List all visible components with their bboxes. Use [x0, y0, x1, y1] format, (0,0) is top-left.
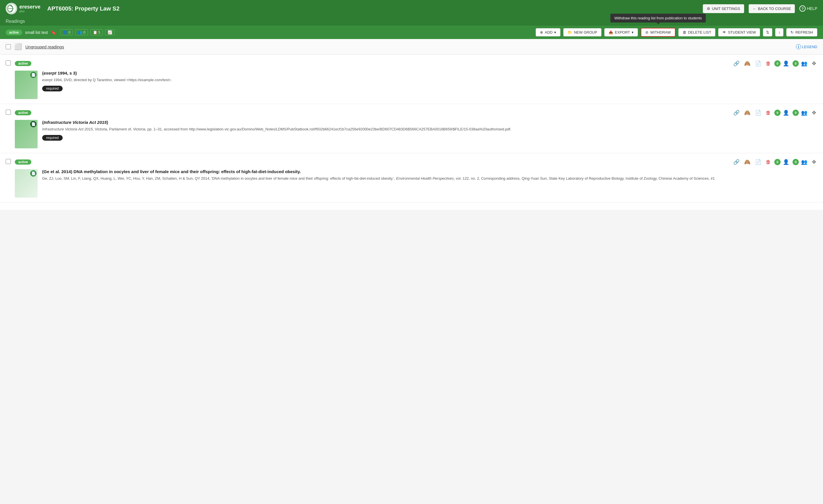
reading-1-hide-button[interactable]: 🙈	[743, 59, 752, 68]
reading-2-citation: Infrastructure Victoria Act 2015, Victor…	[42, 127, 817, 132]
unit-settings-button[interactable]: ⚙ UNIT SETTINGS	[703, 4, 744, 13]
reading-3-thumbnail: 📄	[15, 169, 38, 198]
stat-individual-value: 0	[68, 30, 70, 34]
person-icon: 👤	[783, 159, 789, 165]
reading-2-badge-group-2: 0 👥	[793, 109, 809, 117]
reading-3-move-button[interactable]: ✥	[811, 158, 817, 166]
reading-3-count-badge-1: 0	[774, 159, 781, 165]
reading-2-person-button[interactable]: 👤	[782, 109, 790, 117]
note-icon: 📄	[755, 159, 761, 165]
reading-2-content: 📄 (Infrastructure Victoria Act 2015) Inf…	[15, 120, 817, 148]
withdraw-button[interactable]: ⊘ WITHDRAW	[641, 28, 675, 37]
reading-3-delete-button[interactable]: 🗑	[765, 158, 772, 166]
reading-3-hide-button[interactable]: 🙈	[743, 158, 752, 166]
reading-3-actions: 🔗 🙈 📄 🗑 0 👤	[732, 158, 817, 166]
reading-3-checkbox[interactable]	[6, 159, 11, 164]
group-select-checkbox[interactable]	[6, 44, 11, 49]
chart-icon: 📈	[108, 30, 112, 34]
delete-list-button[interactable]: 🗑 DELETE LIST	[678, 28, 716, 36]
back-arrow-icon: ←	[753, 7, 756, 11]
withdraw-icon: ⊘	[645, 30, 648, 34]
reading-2-checkbox[interactable]	[6, 110, 11, 115]
group-icon: 👥	[801, 159, 807, 165]
reading-3-badge-group: 0 👤	[774, 158, 790, 166]
reading-1-link-button[interactable]: 🔗	[732, 59, 741, 68]
refresh-icon: ↻	[791, 30, 794, 34]
hide-icon: 🙈	[744, 159, 751, 165]
help-button[interactable]: ? HELP	[799, 5, 817, 12]
content-area: ⬜ Ungrouped readings ℹ LEGEND active 🔗 🙈	[0, 39, 823, 210]
reading-item: active 🔗 🙈 📄 🗑 0	[0, 55, 823, 104]
student-view-icon: 👁	[722, 30, 726, 34]
link-icon: 🔗	[733, 60, 739, 66]
reading-2-active-badge: active	[15, 110, 31, 115]
add-label: ADD	[545, 30, 552, 34]
reading-1-count-badge-2: 0	[793, 60, 799, 66]
stats-area: 👤 0 👥 0 📋 5 📈	[60, 29, 115, 35]
reading-2-meta: active 🔗 🙈 📄 🗑 0	[15, 109, 817, 117]
refresh-label: REFRESH	[795, 30, 813, 34]
list-active-badge: active	[6, 30, 22, 35]
reading-2-link-button[interactable]: 🔗	[732, 109, 741, 117]
student-view-button[interactable]: 👁 STUDENT VIEW	[718, 28, 760, 36]
reading-1-delete-button[interactable]: 🗑	[765, 59, 772, 68]
reading-3-note-button[interactable]: 📄	[754, 158, 762, 166]
reading-2-body: active 🔗 🙈 📄 🗑 0	[15, 109, 817, 148]
move-icon: ✥	[812, 110, 816, 116]
reading-1-actions: 🔗 🙈 📄 🗑 0 👤	[732, 59, 817, 68]
refresh-button[interactable]: ↻ REFRESH	[786, 28, 817, 36]
stat-items-value: 5	[98, 30, 100, 34]
group-icon: 👥	[801, 110, 807, 116]
move-icon: ✥	[812, 159, 816, 165]
reading-3-person-button[interactable]: 👤	[782, 158, 790, 166]
export-button[interactable]: 📤 EXPORT ▾	[604, 28, 638, 36]
help-label: HELP	[807, 6, 817, 11]
reading-3-active-badge: active	[15, 159, 31, 165]
reading-1-person-button[interactable]: 👤	[782, 59, 790, 68]
reading-1-content: 📄 (exerpt 1994, s 3) exerpt 1994, DVD, d…	[15, 70, 817, 99]
sort-button-2[interactable]: ↕	[775, 28, 783, 36]
app-sub: plus	[19, 10, 40, 13]
delete-icon: 🗑	[766, 159, 771, 165]
reading-2-hide-button[interactable]: 🙈	[743, 109, 752, 117]
reading-2-group-button[interactable]: 👥	[800, 109, 809, 117]
reading-item: active 🔗 🙈 📄 🗑 0	[0, 153, 823, 202]
reading-2-doc-icon: 📄	[30, 121, 36, 127]
back-to-course-button[interactable]: ← BACK TO COURSE	[749, 4, 795, 13]
export-dropdown-icon: ▾	[632, 30, 634, 34]
reading-3-title: (Ge et al. 2014) DNA methylation in oocy…	[42, 169, 817, 174]
reading-1-checkbox[interactable]	[6, 60, 11, 65]
reading-2-required-badge: required	[42, 135, 63, 141]
reading-3-link-button[interactable]: 🔗	[732, 158, 741, 166]
move-icon: ✥	[812, 60, 816, 66]
reading-3-meta: active 🔗 🙈 📄 🗑 0	[15, 158, 817, 166]
reading-1-badge-group: 0 👤	[774, 59, 790, 68]
reading-3-body: active 🔗 🙈 📄 🗑 0	[15, 158, 817, 198]
group-name[interactable]: Ungrouped readings	[25, 44, 64, 49]
person-icon: 👤	[783, 60, 789, 66]
copy-icon: 📋	[93, 30, 98, 34]
subheader: Readings	[0, 17, 823, 26]
sort-button-1[interactable]: ⇅	[763, 28, 772, 36]
reading-2-note-button[interactable]: 📄	[754, 109, 762, 117]
reading-1-move-button[interactable]: ✥	[811, 59, 817, 68]
new-group-button[interactable]: 📁 NEW GROUP	[563, 28, 602, 36]
reading-1-group-button[interactable]: 👥	[800, 59, 809, 68]
add-dropdown-icon: ▾	[554, 30, 556, 34]
reading-2-delete-button[interactable]: 🗑	[765, 109, 772, 117]
info-icon: ℹ	[796, 44, 801, 49]
add-button[interactable]: ⊕ ADD ▾	[536, 28, 560, 36]
group-folder-icon: ⬜	[14, 43, 22, 50]
reading-3-doc-icon: 📄	[30, 170, 36, 177]
group-header: ⬜ Ungrouped readings ℹ LEGEND	[0, 39, 823, 55]
person-icon: 👤	[783, 110, 789, 116]
stat-items: 📋 5	[90, 29, 103, 35]
hide-icon: 🙈	[744, 110, 751, 116]
reading-2-move-button[interactable]: ✥	[811, 109, 817, 117]
group-icon: 👥	[801, 60, 807, 66]
reading-1-note-button[interactable]: 📄	[754, 59, 762, 68]
reading-3-group-button[interactable]: 👥	[800, 158, 809, 166]
reading-2-count-badge-2: 0	[793, 110, 799, 116]
legend-button[interactable]: ℹ LEGEND	[796, 44, 817, 49]
reading-2-thumbnail: 📄	[15, 120, 38, 148]
